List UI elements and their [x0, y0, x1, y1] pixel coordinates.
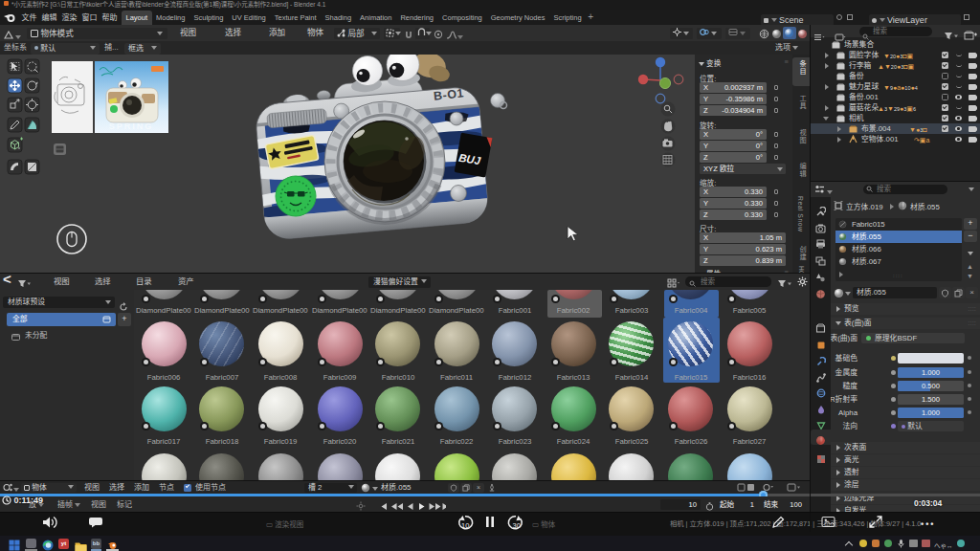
svg-text:10: 10 [461, 521, 469, 530]
svg-text:SPRING: SPRING [109, 121, 154, 131]
svg-text:30: 30 [513, 521, 521, 530]
